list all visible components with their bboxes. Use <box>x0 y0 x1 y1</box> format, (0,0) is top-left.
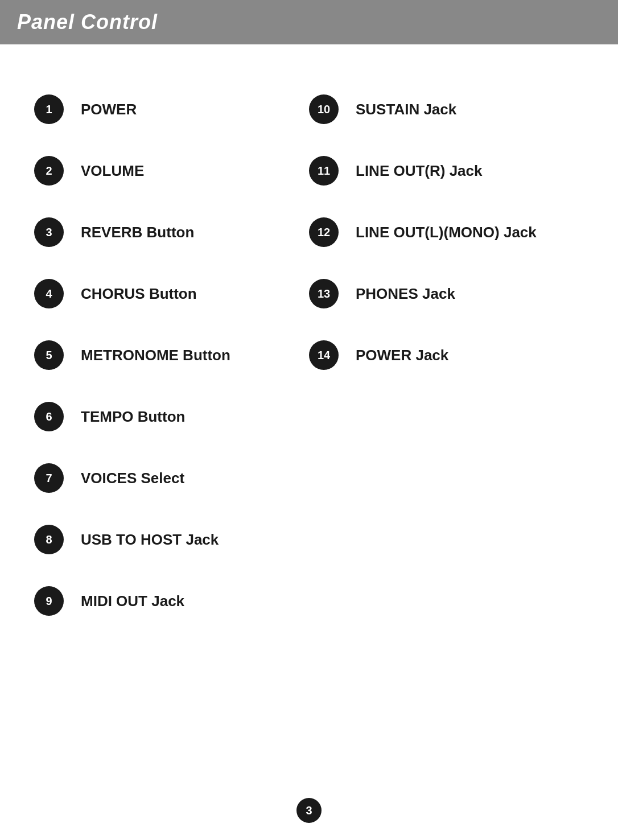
item-badge-8: 8 <box>34 525 64 554</box>
item-label-13: PHONES Jack <box>356 285 455 303</box>
item-label-1: POWER <box>81 101 137 118</box>
item-badge-10: 10 <box>309 94 339 124</box>
item-label-10: SUSTAIN Jack <box>356 101 456 118</box>
item-label-12: LINE OUT(L)(MONO) Jack <box>356 224 537 241</box>
item-badge-11: 11 <box>309 156 339 186</box>
item-badge-3: 3 <box>34 217 64 247</box>
item-label-9: MIDI OUT Jack <box>81 592 184 610</box>
item-label-3: REVERB Button <box>81 224 194 241</box>
item-badge-6: 6 <box>34 402 64 431</box>
item-badge-9: 9 <box>34 586 64 616</box>
item-label-7: VOICES Select <box>81 470 184 487</box>
item-label-14: POWER Jack <box>356 347 448 364</box>
list-item: 6TEMPO Button <box>34 386 309 447</box>
page-number-container: 3 <box>296 798 322 823</box>
list-item: 8USB TO HOST Jack <box>34 509 309 570</box>
item-label-2: VOLUME <box>81 162 144 180</box>
item-label-4: CHORUS Button <box>81 285 197 303</box>
item-badge-1: 1 <box>34 94 64 124</box>
list-item: 5METRONOME Button <box>34 324 309 386</box>
list-item: 9MIDI OUT Jack <box>34 570 309 632</box>
list-item: 2VOLUME <box>34 140 309 201</box>
item-badge-12: 12 <box>309 217 339 247</box>
page-number-badge: 3 <box>296 798 322 823</box>
list-item: 11LINE OUT(R) Jack <box>309 140 584 201</box>
list-item: 3REVERB Button <box>34 201 309 263</box>
list-item: 12LINE OUT(L)(MONO) Jack <box>309 201 584 263</box>
item-badge-13: 13 <box>309 279 339 308</box>
list-item: 7VOICES Select <box>34 447 309 509</box>
right-column: 10SUSTAIN Jack11LINE OUT(R) Jack12LINE O… <box>309 79 584 632</box>
left-column: 1POWER2VOLUME3REVERB Button4CHORUS Butto… <box>34 79 309 632</box>
header-title: Panel Control <box>17 10 158 34</box>
list-item: 1POWER <box>34 79 309 140</box>
item-badge-7: 7 <box>34 463 64 493</box>
list-item: 14POWER Jack <box>309 324 584 386</box>
item-badge-2: 2 <box>34 156 64 186</box>
item-badge-14: 14 <box>309 340 339 370</box>
header: Panel Control <box>0 0 618 44</box>
list-item: 4CHORUS Button <box>34 263 309 324</box>
item-badge-5: 5 <box>34 340 64 370</box>
item-label-8: USB TO HOST Jack <box>81 531 219 549</box>
item-label-6: TEMPO Button <box>81 408 185 426</box>
item-badge-4: 4 <box>34 279 64 308</box>
item-label-5: METRONOME Button <box>81 347 230 364</box>
list-item: 13PHONES Jack <box>309 263 584 324</box>
list-item: 10SUSTAIN Jack <box>309 79 584 140</box>
item-label-11: LINE OUT(R) Jack <box>356 162 483 180</box>
